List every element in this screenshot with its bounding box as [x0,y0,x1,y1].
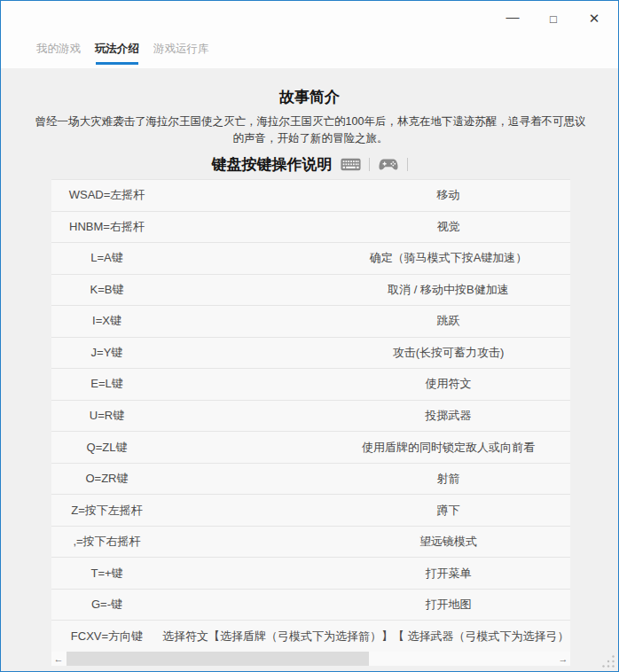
tab-1[interactable]: 玩法介绍 [95,42,139,65]
key-table-row: J=Y键攻击(长按可蓄力攻击) [51,338,570,370]
action-cell: 投掷武器 [162,408,570,424]
action-cell: 确定（骑马模式下按A键加速） [162,250,570,266]
key-table: WSAD=左摇杆移动HNBM=右摇杆视觉L=A键确定（骑马模式下按A键加速）K=… [51,179,570,652]
story-title: 故事简介 [1,87,618,107]
key-table-row: WSAD=左摇杆移动 [51,180,570,212]
key-table-row: FCXV=方向键选择符文【选择盾牌（弓模式下为选择箭）】【 选择武器（弓模式下为… [51,621,570,652]
key-table-row: O=ZR键射箭 [51,464,570,496]
action-cell: 攻击(长按可蓄力攻击) [162,345,570,361]
key-table-row: T=+键打开菜单 [51,558,570,590]
key-cell: FCXV=方向键 [51,629,162,645]
action-cell: 移动 [162,187,570,203]
maximize-button[interactable]: □ [533,1,574,36]
key-table-row: I=X键跳跃 [51,306,570,338]
scroll-left-arrow-icon[interactable]: ← [51,652,66,666]
key-cell: G=-键 [51,597,162,613]
action-cell: 使用盾牌的同时锁定敌人或向前看 [162,440,570,456]
action-cell: 使用符文 [162,376,570,392]
action-cell: 打开地图 [162,597,570,613]
key-cell: Q=ZL键 [51,440,162,456]
key-cell: WSAD=左摇杆 [51,187,162,203]
key-table-row: Z=按下左摇杆蹲下 [51,495,570,527]
horizontal-scrollbar[interactable]: ← → [51,652,570,666]
controls-section-title: 键盘按键操作说明 [212,154,333,175]
resize-grip-icon[interactable] [601,654,615,668]
action-cell: 视觉 [162,219,570,235]
key-cell: K=B键 [51,282,162,298]
close-button[interactable]: ✕ [574,1,615,36]
keyboard-icon[interactable] [341,158,361,171]
key-cell: L=A键 [51,250,162,266]
key-cell: J=Y键 [51,345,162,361]
key-cell: U=R键 [51,408,162,424]
key-cell: O=ZR键 [51,471,162,487]
key-table-row: K=B键取消 / 移动中按B健加速 [51,275,570,307]
key-table-row: Q=ZL键使用盾牌的同时锁定敌人或向前看 [51,432,570,464]
scroll-right-arrow-icon[interactable]: → [556,652,570,666]
key-table-row: G=-键打开地图 [51,590,570,621]
key-cell: Z=按下左摇杆 [51,503,162,519]
tab-0[interactable]: 我的游戏 [36,42,81,65]
header-divider [369,158,370,171]
gamepad-icon[interactable] [378,158,399,171]
minimize-button[interactable]: — [492,1,533,36]
key-table-row: HNBM=右摇杆视觉 [51,212,570,244]
action-cell: 跳跃 [162,313,570,329]
scrollbar-thumb[interactable] [67,652,369,666]
controls-section-header: 键盘按键操作说明 [1,153,618,175]
key-cell: T=+键 [51,566,162,582]
action-cell: 选择符文【选择盾牌（弓模式下为选择箭）】【 选择武器（弓模式下为选择弓） [162,629,570,645]
header-divider [407,158,408,171]
key-cell: E=L键 [51,376,162,392]
action-cell: 打开菜单 [162,566,570,582]
tab-bar: 我的游戏玩法介绍游戏运行库 [36,42,209,65]
key-cell: ,=按下右摇杆 [51,534,162,550]
tab-2[interactable]: 游戏运行库 [153,42,209,65]
window-header: —□✕ 我的游戏玩法介绍游戏运行库 [1,1,618,68]
action-cell: 取消 / 移动中按B健加速 [162,282,570,298]
key-cell: I=X键 [51,313,162,329]
key-table-pane: WSAD=左摇杆移动HNBM=右摇杆视觉L=A键确定（骑马模式下按A键加速）K=… [51,179,570,652]
action-cell: 蹲下 [162,503,570,519]
story-body: 曾经一场大灾难袭击了海拉尔王国使之灭亡，海拉尔王国灭亡的100年后，林克在地下遗… [35,113,586,147]
key-table-row: L=A键确定（骑马模式下按A键加速） [51,243,570,275]
key-table-row: ,=按下右摇杆望远镜模式 [51,527,570,559]
key-cell: HNBM=右摇杆 [51,219,162,235]
action-cell: 射箭 [162,471,570,487]
window-controls: —□✕ [492,1,615,36]
action-cell: 望远镜模式 [162,534,570,550]
app-window: —□✕ 我的游戏玩法介绍游戏运行库 故事简介 曾经一场大灾难袭击了海拉尔王国使之… [0,0,619,672]
key-table-row: U=R键投掷武器 [51,401,570,433]
key-table-row: E=L键使用符文 [51,369,570,401]
